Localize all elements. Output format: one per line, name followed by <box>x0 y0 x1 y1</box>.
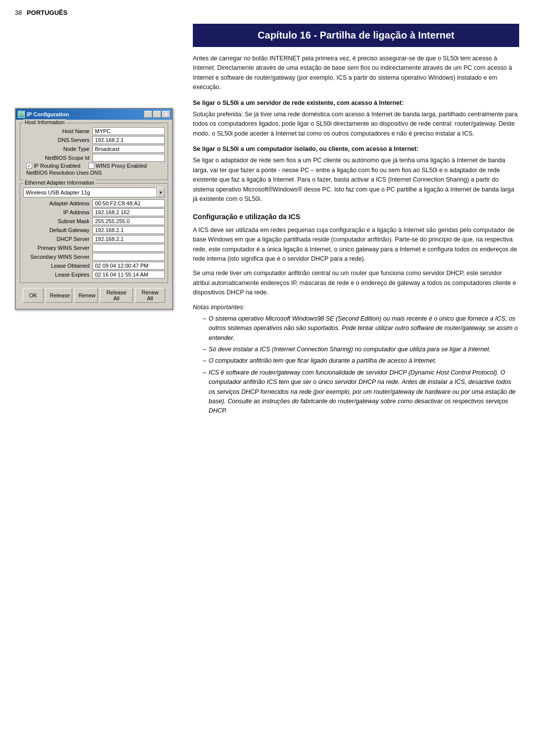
adapter-select[interactable]: Wireless USB Adapter 11g <box>23 188 157 197</box>
subnet-mask-row: Subnet Mask 255.255.255.0 <box>23 217 165 225</box>
dialog-buttons: OK Release Renew Release All Renew All <box>20 286 168 306</box>
ok-button[interactable]: OK <box>23 288 44 303</box>
release-all-button[interactable]: Release All <box>100 288 133 303</box>
page-number: 38 <box>15 9 22 16</box>
dialog-body: Host Information Host Name MYPC DNS Serv… <box>16 120 172 309</box>
host-name-row: Host Name MYPC <box>23 127 165 135</box>
section3-heading: Configuração e utilização da ICS <box>193 212 519 223</box>
right-column: Capítulo 16 - Partilha de ligação à Inte… <box>193 19 519 419</box>
node-type-row: Node Type Broadcast <box>23 145 165 153</box>
section1-body: Solução preferida: Se já tiver uma rede … <box>193 110 519 139</box>
notes-label: Notas importantes: <box>193 303 519 312</box>
ethernet-info-group: Ethernet Adapter Information Wireless US… <box>20 183 168 283</box>
lease-obtained-label: Lease Obtained <box>23 263 92 269</box>
primary-wins-row: Primary WINS Server <box>23 244 165 252</box>
ip-routing-checkbox[interactable]: ✓ <box>26 163 32 169</box>
close-button[interactable]: ✕ <box>162 111 170 118</box>
adapter-select-value: Wireless USB Adapter 11g <box>26 189 90 195</box>
host-info-content: Host Name MYPC DNS Servers 192.168.2.1 N… <box>23 127 165 176</box>
secondary-wins-row: Secondary WINS Server <box>23 253 165 261</box>
section1-heading: Se ligar o SL50i a um servidor de rede e… <box>193 98 519 108</box>
netbios-scope-row: NetBIOS Scope Id <box>23 154 165 162</box>
dns-servers-row: DNS Servers 192.168.2.1 <box>23 136 165 144</box>
adapter-address-row: Adapter Address 00:50:F2:C8:48:A1 <box>23 199 165 207</box>
dhcp-server-value: 192.168.2.1 <box>92 235 165 243</box>
lease-obtained-row: Lease Obtained 02 09 04 12:00:47 PM <box>23 262 165 270</box>
renew-all-button[interactable]: Renew All <box>135 288 165 303</box>
netbios-scope-value <box>92 154 165 162</box>
titlebar-controls[interactable]: _ □ ✕ <box>144 111 170 118</box>
dialog-title: IP Configuration <box>27 111 69 117</box>
notes-list: O sistema operativo Microsoft Windows98 … <box>203 314 519 416</box>
ethernet-info-content: Wireless USB Adapter 11g ▼ Adapter Addre… <box>23 188 165 279</box>
netbios-scope-label: NetBIOS Scope Id <box>23 155 92 161</box>
dns-servers-label: DNS Servers <box>23 137 92 143</box>
maximize-button[interactable]: □ <box>153 111 161 118</box>
node-type-label: Node Type <box>23 146 92 152</box>
chapter-title: Capítulo 16 - Partilha de ligação à Inte… <box>193 24 519 47</box>
section2-heading: Se ligar o SL50i a um computador isolado… <box>193 144 519 154</box>
note-item-3: O computador anfitrião tem que ficar lig… <box>203 356 519 366</box>
dhcp-server-row: DHCP Server 192.168.2.1 <box>23 235 165 243</box>
wins-proxy-checkbox[interactable] <box>89 163 94 169</box>
dialog-icon <box>18 111 25 118</box>
section2-body: Se ligar o adaptador de rede sem fios a … <box>193 156 519 204</box>
host-name-label: Host Name <box>23 128 92 134</box>
lease-expires-row: Lease Expires 02 16 04 11:55:14 AM <box>23 271 165 279</box>
default-gateway-label: Default Gateway <box>23 227 92 233</box>
secondary-wins-value <box>92 253 165 261</box>
default-gateway-value: 192.168.2.1 <box>92 226 165 234</box>
wins-proxy-checkbox-item: WINS Proxy Enabled <box>89 163 147 169</box>
lease-expires-label: Lease Expires <box>23 272 92 278</box>
primary-wins-label: Primary WINS Server <box>23 245 92 251</box>
ip-configuration-dialog: IP Configuration _ □ ✕ Host Information … <box>15 108 173 310</box>
release-button[interactable]: Release <box>45 288 72 303</box>
page-header: 38 PORTUGUÊS <box>0 0 534 19</box>
minimize-button[interactable]: _ <box>144 111 152 118</box>
host-info-group: Host Information Host Name MYPC DNS Serv… <box>20 123 168 180</box>
left-column: IP Configuration _ □ ✕ Host Information … <box>15 19 183 419</box>
dns-servers-value: 192.168.2.1 <box>92 136 165 144</box>
host-info-title: Host Information <box>23 119 66 125</box>
intro-paragraph: Antes de carregar no botão INTERNET pela… <box>193 54 519 93</box>
language-label: PORTUGUÊS <box>27 9 67 16</box>
adapter-address-value: 00:50:F2:C8:48:A1 <box>92 199 165 207</box>
ip-routing-label: IP Routing Enabled <box>34 163 81 169</box>
node-type-value: Broadcast <box>92 145 165 153</box>
subnet-mask-label: Subnet Mask <box>23 218 92 224</box>
wins-proxy-label: WINS Proxy Enabled <box>96 163 147 169</box>
adapter-dropdown-row: Wireless USB Adapter 11g ▼ <box>23 188 165 197</box>
section3-body1: A ICS deve ser utilizada em redes pequen… <box>193 226 519 264</box>
lease-expires-value: 02 16 04 11:55:14 AM <box>92 271 165 279</box>
ip-routing-checkbox-item: ✓ IP Routing Enabled <box>26 163 81 169</box>
note-item-4: ICS é software de router/gateway com fun… <box>203 368 519 416</box>
svg-rect-0 <box>19 112 23 115</box>
netbios-dns-label: NetBIOS Resolution Uses DNS <box>26 170 102 176</box>
default-gateway-row: Default Gateway 192.168.2.1 <box>23 226 165 234</box>
adapter-address-label: Adapter Address <box>23 200 92 206</box>
titlebar-left: IP Configuration <box>18 111 69 118</box>
section3-body2: Se uma rede tiver um computador anfitriã… <box>193 269 519 297</box>
ip-address-row: IP Address 192.168.2.162 <box>23 208 165 216</box>
note-item-1: O sistema operativo Microsoft Windows98 … <box>203 314 519 343</box>
lease-obtained-value: 02 09 04 12:00:47 PM <box>92 262 165 270</box>
host-name-value: MYPC <box>92 127 165 135</box>
dialog-titlebar: IP Configuration _ □ ✕ <box>16 109 172 120</box>
renew-button[interactable]: Renew <box>74 288 98 303</box>
checkbox-row: ✓ IP Routing Enabled WINS Proxy Enabled <box>23 163 165 169</box>
subnet-mask-value: 255.255.255.0 <box>92 217 165 225</box>
ethernet-info-title: Ethernet Adapter Information <box>23 180 96 186</box>
note-item-2: Só deve instalar a ICS (Internet Connect… <box>203 345 519 354</box>
ip-address-value: 192.168.2.162 <box>92 208 165 216</box>
ip-address-label: IP Address <box>23 209 92 215</box>
secondary-wins-label: Secondary WINS Server <box>23 254 92 260</box>
primary-wins-value <box>92 244 165 252</box>
page-body: IP Configuration _ □ ✕ Host Information … <box>0 19 534 419</box>
dropdown-arrow-icon[interactable]: ▼ <box>157 188 165 197</box>
netbios-dns-row: NetBIOS Resolution Uses DNS <box>23 170 165 176</box>
dhcp-server-label: DHCP Server <box>23 236 92 242</box>
